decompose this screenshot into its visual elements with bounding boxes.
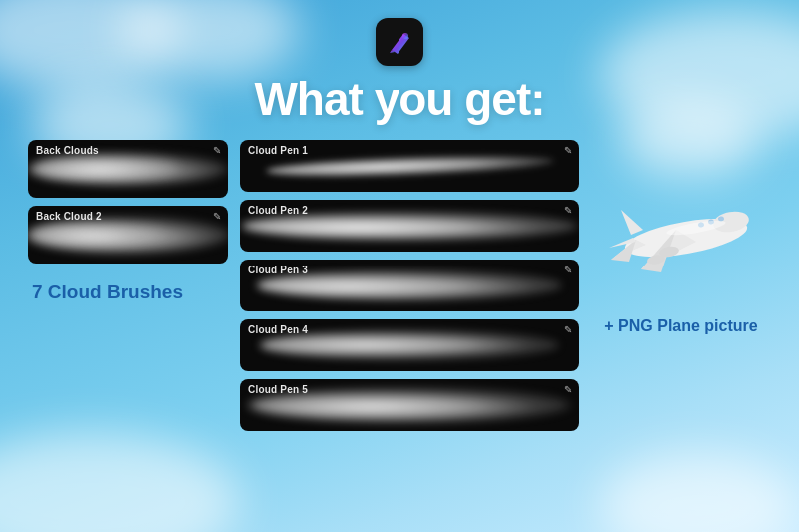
png-plane-label: + PNG Plane picture	[604, 317, 757, 335]
pen-icon-cp3: ✎	[564, 265, 572, 275]
cloud-pen-4-label: Cloud Pen 4	[248, 324, 308, 335]
cloud-pen-3-card: Cloud Pen 3 ✎	[240, 260, 579, 311]
svg-point-0	[402, 33, 408, 39]
content-row: Back Clouds ✎ Back Cloud 2 ✎ 7 Cloud Bru…	[0, 140, 799, 431]
app-icon	[376, 18, 423, 66]
cloud-pen-1-label: Cloud Pen 1	[248, 145, 308, 156]
cloud-pen-2-card: Cloud Pen 2 ✎	[240, 200, 579, 252]
svg-marker-7	[621, 210, 643, 235]
pen-icon-bc2: ✎	[213, 211, 221, 222]
cloud-pen-1-card: Cloud Pen 1 ✎	[240, 140, 579, 192]
pen-icon-bc: ✎	[213, 145, 221, 156]
cloud-pen-2-label: Cloud Pen 2	[248, 205, 308, 216]
pen-icon-cp5: ✎	[564, 384, 572, 395]
page-title: What you get:	[254, 72, 544, 126]
pen-icon-cp4: ✎	[564, 324, 572, 335]
back-cloud-2-card: Back Cloud 2 ✎	[28, 206, 228, 264]
brush-count-label: 7 Cloud Brushes	[28, 281, 228, 303]
pen-icon-cp1: ✎	[564, 145, 572, 156]
back-clouds-card: Back Clouds ✎	[28, 140, 228, 198]
main-container: What you get: Back Clouds ✎ Back Cloud 2…	[0, 0, 799, 532]
left-column: Back Clouds ✎ Back Cloud 2 ✎ 7 Cloud Bru…	[28, 140, 228, 303]
back-cloud-2-label: Back Cloud 2	[36, 211, 102, 222]
back-clouds-label: Back Clouds	[36, 145, 99, 156]
middle-column: Cloud Pen 1 ✎ Cloud Pen 2 ✎ Cloud Pen 3 …	[240, 140, 579, 431]
cloud-pen-3-label: Cloud Pen 3	[248, 265, 308, 275]
cloud-pen-4-card: Cloud Pen 4 ✎	[240, 319, 579, 371]
pen-icon-cp2: ✎	[564, 205, 572, 216]
cloud-pen-5-card: Cloud Pen 5 ✎	[240, 379, 579, 431]
right-column: + PNG Plane picture	[591, 140, 771, 335]
airplane-image	[601, 160, 761, 309]
cloud-pen-5-label: Cloud Pen 5	[248, 384, 308, 395]
